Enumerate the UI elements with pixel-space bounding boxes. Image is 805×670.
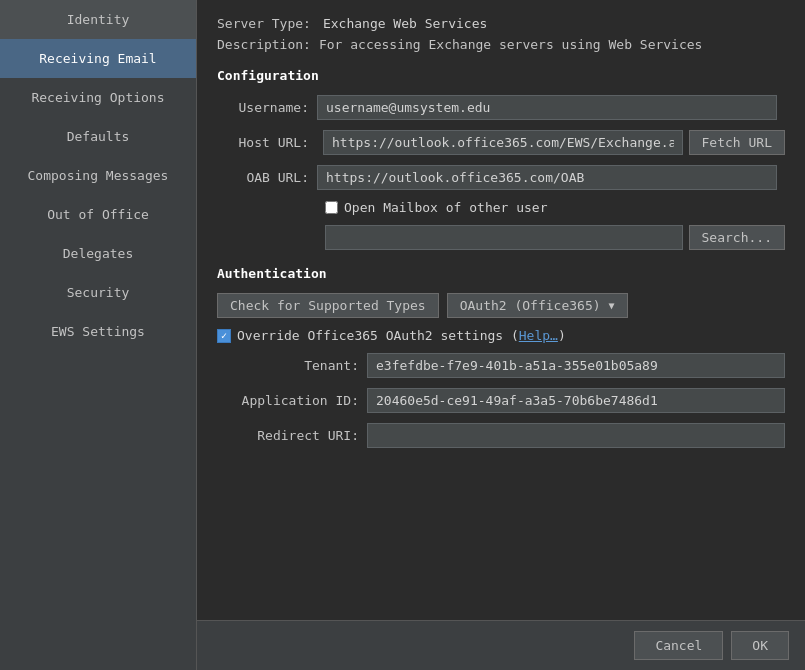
description-row: Description: For accessing Exchange serv… (217, 37, 785, 52)
username-label: Username: (217, 100, 317, 115)
host-url-row: Host URL: Fetch URL (217, 130, 785, 155)
mailbox-search-input[interactable] (325, 225, 683, 250)
sidebar-item-out-of-office[interactable]: Out of Office (0, 195, 196, 234)
host-url-label: Host URL: (217, 135, 317, 150)
tenant-input[interactable] (367, 353, 785, 378)
redirect-uri-row: Redirect URI: (217, 423, 785, 448)
sidebar-item-composing-messages[interactable]: Composing Messages (0, 156, 196, 195)
content-panel: Server Type: Exchange Web Services Descr… (197, 0, 805, 620)
authentication-section: Authentication Check for Supported Types… (217, 266, 785, 448)
app-id-input[interactable] (367, 388, 785, 413)
sidebar-item-receiving-email[interactable]: Receiving Email (0, 39, 196, 78)
configuration-section: Configuration Username: Host URL: Fetch … (217, 68, 785, 250)
override-checkbox[interactable] (217, 329, 231, 343)
ok-button[interactable]: OK (731, 631, 789, 660)
sidebar-item-identity[interactable]: Identity (0, 0, 196, 39)
server-type-label: Server Type: (217, 16, 311, 31)
server-type-row: Server Type: Exchange Web Services (217, 16, 785, 31)
open-mailbox-row: Open Mailbox of other user (217, 200, 785, 215)
oab-url-label: OAB URL: (217, 170, 317, 185)
sidebar-item-ews-settings[interactable]: EWS Settings (0, 312, 196, 351)
sidebar: Identity Receiving Email Receiving Optio… (0, 0, 197, 670)
footer: Cancel OK (197, 620, 805, 670)
sidebar-item-delegates[interactable]: Delegates (0, 234, 196, 273)
override-row: Override Office365 OAuth2 settings (Help… (217, 328, 785, 343)
open-mailbox-checkbox[interactable] (325, 201, 338, 214)
host-url-input[interactable] (323, 130, 683, 155)
oauth-dropdown-arrow: ▼ (609, 300, 615, 311)
username-row: Username: (217, 95, 785, 120)
description-value: For accessing Exchange servers using Web… (319, 37, 703, 52)
oab-url-input[interactable] (317, 165, 777, 190)
configuration-title: Configuration (217, 68, 785, 83)
help-link[interactable]: Help… (519, 328, 558, 343)
cancel-button[interactable]: Cancel (634, 631, 723, 660)
auth-buttons-row: Check for Supported Types OAuth2 (Office… (217, 293, 785, 318)
redirect-uri-label: Redirect URI: (217, 428, 367, 443)
override-label: Override Office365 OAuth2 settings (Help… (237, 328, 566, 343)
check-supported-types-button[interactable]: Check for Supported Types (217, 293, 439, 318)
app-id-label: Application ID: (217, 393, 367, 408)
oab-url-row: OAB URL: (217, 165, 785, 190)
redirect-uri-input[interactable] (367, 423, 785, 448)
open-mailbox-label: Open Mailbox of other user (344, 200, 548, 215)
description-label: Description: (217, 37, 311, 52)
fetch-url-button[interactable]: Fetch URL (689, 130, 785, 155)
search-row: Search... (217, 225, 785, 250)
sidebar-item-security[interactable]: Security (0, 273, 196, 312)
tenant-row: Tenant: (217, 353, 785, 378)
tenant-label: Tenant: (217, 358, 367, 373)
authentication-title: Authentication (217, 266, 785, 281)
sidebar-item-receiving-options[interactable]: Receiving Options (0, 78, 196, 117)
server-type-value: Exchange Web Services (323, 16, 487, 31)
search-button[interactable]: Search... (689, 225, 785, 250)
username-input[interactable] (317, 95, 777, 120)
sidebar-item-defaults[interactable]: Defaults (0, 117, 196, 156)
oauth-button[interactable]: OAuth2 (Office365) ▼ (447, 293, 628, 318)
app-id-row: Application ID: (217, 388, 785, 413)
